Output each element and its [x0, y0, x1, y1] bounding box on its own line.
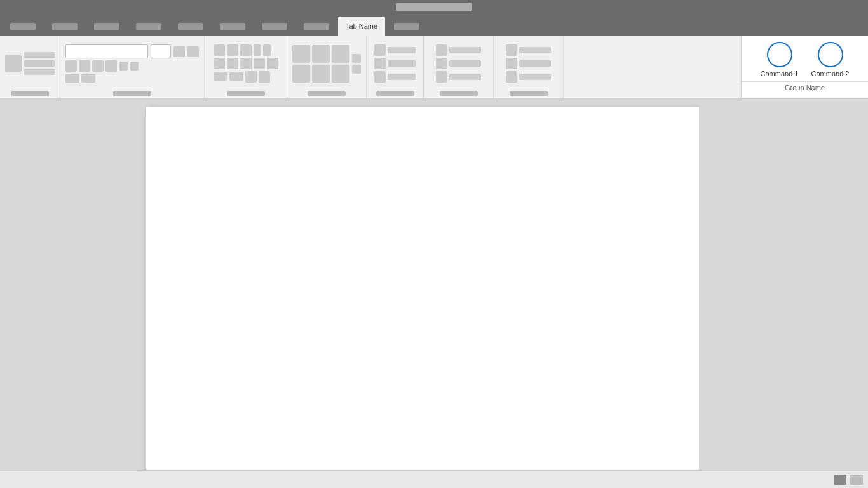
btn-d[interactable] — [506, 44, 517, 56]
web-layout-btn[interactable] — [850, 475, 863, 485]
group-6-label — [440, 91, 478, 96]
style-more-btn[interactable] — [352, 54, 361, 63]
ribbon-right: Command 1 Command 2 Group Name — [741, 36, 868, 98]
command-1-button[interactable]: Command 1 — [757, 42, 803, 78]
group-4-label — [308, 91, 346, 96]
ribbon-group-5 — [367, 36, 424, 98]
tab-strip: Tab Name — [0, 14, 868, 36]
btn-b[interactable] — [436, 58, 447, 69]
shading-btn[interactable] — [214, 72, 227, 81]
label-c — [449, 74, 481, 80]
group-1-label — [11, 91, 49, 96]
tab-7[interactable] — [254, 18, 295, 36]
tab-3[interactable] — [86, 18, 127, 36]
style-less-btn[interactable] — [352, 65, 361, 74]
status-bar — [0, 470, 868, 488]
sort-btn[interactable] — [245, 71, 257, 83]
tab-4[interactable] — [128, 18, 169, 36]
large-button-1[interactable] — [5, 55, 22, 72]
style-h1[interactable] — [312, 45, 330, 63]
align-center-btn[interactable] — [227, 58, 238, 69]
command-1-label: Command 1 — [761, 70, 799, 78]
font-color-btn[interactable] — [81, 74, 95, 83]
style-h3[interactable] — [292, 65, 310, 83]
ribbon-right-group-label: Group Name — [742, 81, 868, 92]
btn-cut[interactable] — [24, 52, 55, 58]
left-sidebar — [0, 107, 146, 470]
increase-font-btn[interactable] — [173, 46, 185, 57]
find-btn[interactable] — [374, 44, 386, 56]
underline-btn[interactable] — [92, 60, 104, 72]
command-buttons-container: Command 1 Command 2 — [747, 42, 864, 78]
style-h2[interactable] — [332, 45, 349, 63]
group-7-label — [510, 91, 548, 96]
replace-label — [388, 60, 416, 67]
group-2-label — [113, 91, 151, 96]
show-hide-btn[interactable] — [259, 71, 270, 83]
label-e — [519, 60, 551, 67]
btn-a[interactable] — [436, 44, 447, 56]
decrease-indent-btn[interactable] — [254, 44, 261, 56]
borders-btn[interactable] — [229, 72, 243, 81]
subscript-btn[interactable] — [119, 62, 128, 71]
justify-btn[interactable] — [254, 58, 265, 69]
ribbon-group-6 — [424, 36, 494, 98]
decrease-font-btn[interactable] — [187, 46, 199, 57]
group-3-label — [227, 91, 265, 96]
label-b — [449, 60, 481, 67]
font-name-input[interactable] — [65, 44, 148, 58]
bold-btn[interactable] — [65, 60, 77, 72]
command-2-icon — [818, 42, 843, 67]
command-2-label: Command 2 — [811, 70, 850, 78]
align-left-btn[interactable] — [214, 58, 225, 69]
ribbon-group-7 — [494, 36, 564, 98]
title-bar — [0, 0, 868, 14]
style-h5[interactable] — [332, 65, 349, 83]
title-text — [396, 3, 472, 11]
label-d — [519, 47, 551, 53]
print-layout-btn[interactable] — [834, 475, 846, 485]
number-list-btn[interactable] — [227, 44, 238, 56]
label-a — [449, 47, 481, 53]
tab-8[interactable] — [296, 18, 337, 36]
main-content — [0, 99, 868, 470]
italic-btn[interactable] — [79, 60, 90, 72]
style-normal[interactable] — [292, 45, 310, 63]
strikethrough-btn[interactable] — [105, 60, 117, 72]
command-2-button[interactable]: Command 2 — [808, 42, 853, 78]
tab-10[interactable] — [386, 18, 427, 36]
ribbon-group-1-content — [5, 38, 55, 89]
btn-paste[interactable] — [24, 69, 55, 75]
btn-c[interactable] — [436, 71, 447, 83]
tab-6[interactable] — [212, 18, 253, 36]
ribbon-group-3 — [205, 36, 287, 98]
find-label — [388, 47, 416, 53]
font-size-input[interactable] — [151, 44, 171, 58]
btn-copy[interactable] — [24, 60, 55, 67]
style-h4[interactable] — [312, 65, 330, 83]
increase-indent-btn[interactable] — [263, 44, 271, 56]
select-label — [388, 74, 416, 80]
line-spacing-btn[interactable] — [267, 58, 278, 69]
label-f — [519, 74, 551, 80]
bullet-list-btn[interactable] — [214, 44, 225, 56]
select-btn[interactable] — [374, 71, 386, 83]
ribbon-group-4 — [287, 36, 367, 98]
tab-5[interactable] — [170, 18, 211, 36]
btn-e[interactable] — [506, 58, 517, 69]
ribbon-groups-left — [0, 36, 741, 98]
command-1-icon — [767, 42, 792, 67]
multilevel-list-btn[interactable] — [240, 44, 252, 56]
btn-f[interactable] — [506, 71, 517, 83]
tab-name[interactable]: Tab Name — [338, 17, 385, 36]
align-right-btn[interactable] — [240, 58, 252, 69]
replace-btn[interactable] — [374, 58, 386, 69]
ribbon-group-2 — [60, 36, 205, 98]
right-sidebar — [699, 107, 868, 470]
clipboard-buttons — [24, 52, 55, 75]
tab-1[interactable] — [3, 18, 43, 36]
superscript-btn[interactable] — [130, 62, 139, 71]
highlight-btn[interactable] — [65, 74, 79, 83]
tab-2[interactable] — [44, 18, 85, 36]
document-page[interactable] — [146, 107, 699, 470]
